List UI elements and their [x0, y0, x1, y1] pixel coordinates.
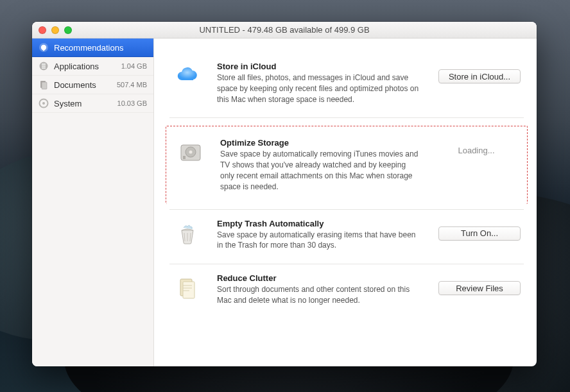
svg-point-7: [42, 102, 45, 105]
sidebar-item-label: Applications: [54, 62, 99, 71]
store-in-icloud-button[interactable]: Store in iCloud...: [438, 69, 521, 83]
card-reduce-clutter: Reduce Clutter Sort through documents an…: [169, 264, 524, 319]
sidebar-item-size: 10.03 GB: [117, 99, 147, 107]
hard-drive-icon: [173, 138, 209, 166]
sidebar-item-applications[interactable]: Applications 1.04 GB: [32, 57, 153, 76]
lightbulb-icon: [39, 42, 49, 53]
svg-rect-5: [42, 82, 47, 89]
icloud-icon: [169, 62, 205, 90]
minimize-icon[interactable]: [51, 26, 59, 34]
documents-stack-icon: [169, 273, 205, 302]
system-icon: [39, 98, 49, 108]
card-title: Empty Trash Automatically: [217, 219, 424, 228]
sidebar: Recommendations Applications 1.04 GB: [32, 38, 154, 366]
card-store-in-icloud: Store in iCloud Store all files, photos,…: [169, 53, 524, 118]
card-optimize-storage: Optimize Storage Save space by automatic…: [166, 126, 528, 203]
titlebar[interactable]: UNTITLED - 479.48 GB available of 499.9 …: [32, 22, 537, 38]
sidebar-item-label: System: [54, 99, 82, 108]
window-title: UNTITLED - 479.48 GB available of 499.9 …: [32, 25, 537, 35]
svg-rect-13: [183, 282, 194, 298]
svg-rect-2: [43, 49, 44, 51]
sidebar-item-recommendations[interactable]: Recommendations: [32, 38, 153, 57]
sidebar-item-system[interactable]: System 10.03 GB: [32, 94, 153, 113]
sidebar-item-label: Recommendations: [54, 43, 123, 53]
card-title: Optimize Storage: [220, 138, 420, 148]
svg-point-10: [189, 151, 193, 154]
applications-icon: [39, 61, 49, 71]
documents-icon: [39, 80, 49, 90]
sidebar-item-label: Documents: [54, 80, 96, 90]
content-area: Store in iCloud Store all files, photos,…: [154, 38, 537, 366]
card-desc: Save space by automatically erasing item…: [217, 230, 424, 251]
card-title: Reduce Clutter: [217, 273, 424, 283]
trash-icon: [169, 219, 205, 247]
card-desc: Store all files, photos, and messages in…: [217, 72, 424, 105]
svg-point-1: [41, 45, 46, 50]
close-icon[interactable]: [39, 26, 46, 34]
review-files-button[interactable]: Review Files: [438, 281, 521, 295]
card-title: Store in iCloud: [217, 62, 424, 71]
sidebar-item-documents[interactable]: Documents 507.4 MB: [32, 76, 153, 94]
sidebar-item-size: 507.4 MB: [117, 81, 147, 89]
card-desc: Sort through documents and other content…: [217, 284, 424, 306]
storage-management-window: UNTITLED - 479.48 GB available of 499.9 …: [32, 22, 537, 366]
sidebar-item-size: 1.04 GB: [121, 62, 147, 70]
loading-status: Loading...: [458, 146, 494, 155]
svg-rect-11: [183, 156, 186, 159]
card-desc: Save space by automatically removing iTu…: [220, 149, 420, 192]
turn-on-button[interactable]: Turn On...: [438, 226, 521, 241]
card-empty-trash: Empty Trash Automatically Save space by …: [169, 210, 524, 265]
zoom-icon[interactable]: [64, 26, 72, 34]
